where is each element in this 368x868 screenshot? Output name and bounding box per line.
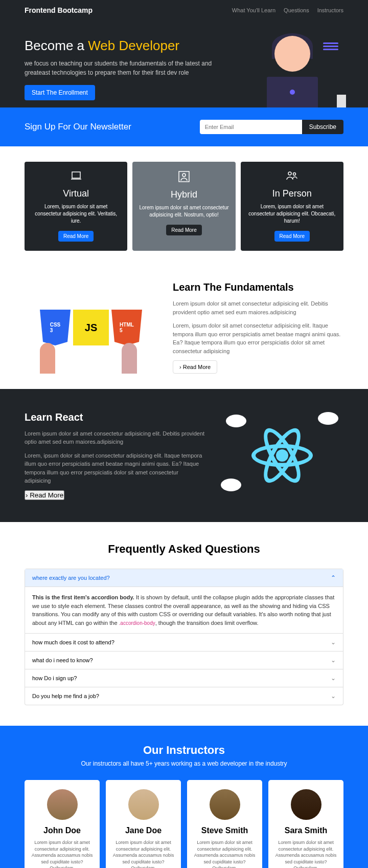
people-icon bbox=[247, 171, 337, 184]
person-square-icon bbox=[139, 171, 229, 185]
instructor-name: John Doe bbox=[31, 826, 94, 835]
learn-text: Learn React Lorem ipsum dolor sit amet c… bbox=[25, 411, 205, 500]
nav-link-questions[interactable]: Questions bbox=[284, 7, 309, 13]
instructor-bio: Lorem ipsum dolor sit amet consectetur a… bbox=[274, 839, 337, 868]
accordion-header[interactable]: where exactly are you located?⌃ bbox=[25, 569, 343, 587]
box-text: Lorem, ipsum dolor sit amet consectetur … bbox=[247, 203, 337, 225]
accordion-header[interactable]: how much does it cost to attend?⌄ bbox=[25, 634, 343, 651]
subscribe-button[interactable]: Subscribe bbox=[302, 120, 343, 134]
box-title: Virtual bbox=[31, 188, 121, 199]
hero-illustration bbox=[241, 31, 343, 107]
avatar bbox=[210, 789, 240, 820]
chevron-down-icon: ⌄ bbox=[331, 692, 336, 700]
faq-title: Frequently Asked Questions bbox=[25, 542, 343, 556]
hero-title: Become a Web Developer bbox=[25, 38, 231, 54]
accordion-item: how much does it cost to attend?⌄ bbox=[25, 634, 343, 652]
email-input[interactable] bbox=[200, 120, 302, 134]
newsletter-form: Subscribe bbox=[200, 120, 343, 134]
hero-description: we focus on teaching our students the fu… bbox=[25, 59, 231, 77]
box-virtual: Virtual Lorem, ipsum dolor sit amet cons… bbox=[25, 162, 127, 251]
nav-links: What You'll Learn Questions Instructors bbox=[232, 7, 343, 13]
read-more-button[interactable]: Read More bbox=[58, 231, 94, 242]
read-more-button[interactable]: Read More bbox=[166, 225, 201, 235]
accordion-header[interactable]: Do you help me find a job?⌄ bbox=[25, 687, 343, 705]
learn-react: Learn React Lorem ipsum dolor sit amet c… bbox=[0, 389, 368, 522]
accordion-header[interactable]: what do i need to know?⌄ bbox=[25, 652, 343, 669]
read-more-button[interactable]: Read More bbox=[274, 231, 310, 242]
nav-link-instructors[interactable]: Instructors bbox=[317, 7, 343, 13]
instructor-bio: Lorem ipsum dolor sit amet consectetur a… bbox=[31, 839, 94, 868]
svg-point-4 bbox=[293, 173, 296, 176]
learn-fundamentals: CSS3 JS HTML5 Learn The Fundamentals Lor… bbox=[0, 266, 368, 389]
accordion: where exactly are you located?⌃ This is … bbox=[25, 569, 343, 705]
navbar: Frontend Bootcamp What You'll Learn Ques… bbox=[0, 0, 368, 20]
instructors-lead: Our instructors all have 5+ years workin… bbox=[25, 760, 343, 767]
instructor-bio: Lorem ipsum dolor sit amet consectetur a… bbox=[112, 839, 175, 868]
svg-point-2 bbox=[182, 173, 186, 177]
instructor-bio: Lorem ipsum dolor sit amet consectetur a… bbox=[193, 839, 256, 868]
accordion-item: what do i need to know?⌄ bbox=[25, 652, 343, 669]
chevron-up-icon: ⌃ bbox=[331, 574, 336, 581]
learn-title: Learn React bbox=[25, 411, 205, 423]
instructor-card: Sara Smith Lorem ipsum dolor sit amet co… bbox=[268, 780, 343, 868]
instructor-name: Sara Smith bbox=[274, 826, 337, 835]
chevron-down-icon: ⌄ bbox=[331, 675, 336, 682]
learn-p2: Lorem, ipsum dolor sit amet consectetur … bbox=[173, 321, 343, 355]
accordion-header[interactable]: how Do i sign up?⌄ bbox=[25, 669, 343, 687]
learn-p1: Lorem ipsum dolor sit amet consectetur a… bbox=[25, 429, 205, 446]
instructors: Our Instructors Our instructors all have… bbox=[0, 726, 368, 868]
instructor-card: Jane Doe Lorem ipsum dolor sit amet cons… bbox=[106, 780, 181, 868]
instructor-card: Steve Smith Lorem ipsum dolor sit amet c… bbox=[187, 780, 262, 868]
fundamentals-illustration: CSS3 JS HTML5 bbox=[25, 281, 157, 374]
instructor-grid: John Doe Lorem ipsum dolor sit amet cons… bbox=[25, 780, 343, 868]
start-enrollment-button[interactable]: Start The Enrollment bbox=[25, 85, 95, 100]
accordion-item: Do you help me find a job?⌄ bbox=[25, 687, 343, 705]
avatar bbox=[291, 789, 321, 820]
laptop-icon bbox=[31, 171, 121, 184]
react-illustration bbox=[221, 409, 343, 502]
learn-text: Learn The Fundamentals Lorem ipsum dolor… bbox=[173, 281, 343, 374]
avatar bbox=[128, 789, 159, 820]
instructor-name: Jane Doe bbox=[112, 826, 175, 835]
chevron-down-icon: ⌄ bbox=[331, 639, 336, 646]
instructor-card: John Doe Lorem ipsum dolor sit amet cons… bbox=[25, 780, 100, 868]
newsletter: Sign Up For Our Newsletter Subscribe bbox=[0, 107, 368, 146]
accordion-item: where exactly are you located?⌃ This is … bbox=[25, 569, 343, 634]
box-text: Lorem ipsum dolor sit amet consectetur a… bbox=[139, 204, 229, 219]
read-more-button[interactable]: › Read More bbox=[173, 360, 217, 374]
newsletter-title: Sign Up For Our Newsletter bbox=[25, 122, 131, 132]
box-text: Lorem, ipsum dolor sit amet consectetur … bbox=[31, 203, 121, 225]
svg-rect-0 bbox=[72, 172, 80, 178]
brand[interactable]: Frontend Bootcamp bbox=[25, 6, 93, 14]
box-hybrid: Hybrid Lorem ipsum dolor sit amet consec… bbox=[132, 162, 235, 251]
instructor-name: Steve Smith bbox=[193, 826, 256, 835]
box-title: In Person bbox=[247, 188, 337, 199]
box-title: Hybrid bbox=[139, 189, 229, 200]
instructors-title: Our Instructors bbox=[25, 744, 343, 757]
chevron-down-icon: ⌄ bbox=[331, 657, 336, 664]
boxes: Virtual Lorem, ipsum dolor sit amet cons… bbox=[0, 146, 368, 266]
accordion-item: how Do i sign up?⌄ bbox=[25, 669, 343, 687]
nav-link-learn[interactable]: What You'll Learn bbox=[232, 7, 275, 13]
svg-point-3 bbox=[288, 172, 291, 175]
hero: Become a Web Developer we focus on teach… bbox=[0, 20, 368, 107]
learn-p1: Lorem ipsum dolor sit amet consectetur a… bbox=[173, 299, 343, 316]
hero-text: Become a Web Developer we focus on teach… bbox=[25, 38, 231, 100]
faq: Frequently Asked Questions where exactly… bbox=[0, 522, 368, 726]
box-inperson: In Person Lorem, ipsum dolor sit amet co… bbox=[241, 162, 343, 251]
read-more-button[interactable]: › Read More bbox=[25, 490, 64, 500]
learn-p2: Lorem, ipsum dolor sit amet consectetur … bbox=[25, 451, 205, 485]
learn-title: Learn The Fundamentals bbox=[173, 281, 343, 293]
accordion-body: This is the first item's accordion body.… bbox=[25, 587, 343, 633]
avatar bbox=[47, 789, 78, 820]
